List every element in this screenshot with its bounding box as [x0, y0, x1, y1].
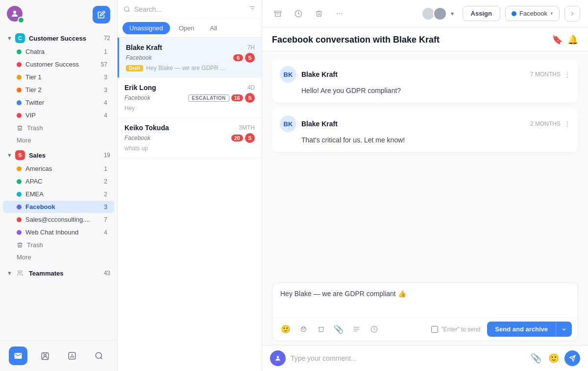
nav-label-customer-success: Customer Success: [25, 61, 101, 68]
bottom-btn-search[interactable]: [90, 347, 108, 365]
badge-s-blake-kraft: S: [245, 53, 255, 63]
msg-time-2: 2 MONTHS: [530, 120, 561, 127]
msg-author-wrap-1: BK Blake Kraft: [280, 66, 338, 83]
bottom-btn-contacts[interactable]: [36, 347, 54, 365]
more-label-sales: More: [17, 254, 31, 261]
delete-button[interactable]: [311, 6, 327, 22]
nav-dot-web-chat: [17, 230, 22, 235]
msg-author-name-2: Blake Kraft: [301, 120, 338, 128]
conv-time-blake-kraft: 7H: [247, 44, 255, 51]
nav-count-sales-at: 7: [104, 216, 107, 223]
msg-avatar-1: BK: [280, 66, 296, 83]
section-header-sales[interactable]: ▼ S Sales 19: [0, 146, 117, 162]
badge-num-erik-long: 16: [231, 94, 243, 101]
conv-preview-keiko-tokuda: whats up: [124, 145, 148, 152]
sort-icon[interactable]: [249, 5, 256, 14]
conversation-item-erik-long[interactable]: Erik Long 4D Facebook ESCALATION 16 S He…: [118, 78, 262, 118]
sidebar-item-tier2[interactable]: Tier 2 3: [3, 84, 114, 96]
tab-all[interactable]: All: [203, 22, 223, 34]
conversation-item-blake-kraft[interactable]: Blake Kraft 7H Facebook 6 S Draft Hey Bl…: [118, 38, 262, 78]
nav-dot-americas: [17, 166, 22, 171]
msg-menu-icon-1[interactable]: ⋮: [564, 71, 570, 78]
section-header-teammates[interactable]: ▼ Teammates 43: [0, 264, 117, 280]
nav-label-tier1: Tier 1: [25, 73, 104, 81]
nav-dot-customer-success: [17, 62, 22, 67]
nav-label-web-chat: Web Chat Inbound: [25, 229, 104, 236]
sidebar-item-customer-success[interactable]: Customer Success 57: [3, 58, 114, 70]
tab-open[interactable]: Open: [172, 22, 201, 34]
nav-dot-twitter: [17, 100, 22, 105]
send-dropdown-arrow[interactable]: [556, 323, 572, 336]
channel-selector[interactable]: Facebook ▾: [505, 6, 560, 21]
agents-dropdown[interactable]: ▾: [451, 10, 454, 17]
bottom-btn-reports[interactable]: [63, 347, 81, 365]
user-avatar-stack: [7, 6, 24, 23]
section-name-teammates: Teammates: [29, 270, 104, 277]
svg-line-8: [100, 357, 102, 359]
assign-button[interactable]: Assign: [463, 6, 500, 21]
attach-button[interactable]: 📎: [331, 322, 346, 337]
svg-point-9: [124, 7, 129, 11]
badge-s-erik-long: S: [245, 93, 255, 103]
sidebar-item-emea[interactable]: EMEA 2: [3, 188, 114, 200]
sidebar-item-trash-cs[interactable]: Trash: [3, 122, 114, 134]
trash-label-sales: Trash: [27, 241, 43, 249]
nav-dot-emea: [17, 192, 22, 197]
nav-count-twitter: 4: [104, 99, 107, 106]
conv-time-keiko-tokuda: 3MTH: [239, 124, 255, 131]
msg-time-1: 7 MONTHS: [530, 71, 561, 78]
sidebar-item-apac[interactable]: APAC 2: [3, 175, 114, 187]
enter-to-send-label: "Enter" to send: [441, 326, 480, 333]
bottom-btn-inbox[interactable]: [9, 347, 27, 365]
reply-box: Hey Blake — we are GDPR compliant 👍 🙂 📎 …: [272, 282, 578, 341]
reply-text-area[interactable]: Hey Blake — we are GDPR compliant 👍: [272, 283, 578, 317]
compose-button[interactable]: [93, 6, 110, 23]
nav-count-apac: 2: [104, 178, 107, 185]
sidebar-item-facebook[interactable]: Facebook 3: [3, 201, 114, 213]
msg-time-wrap-1: 7 MONTHS ⋮: [530, 71, 570, 78]
mention-button[interactable]: [296, 322, 311, 337]
more-options-button[interactable]: [332, 6, 347, 22]
delete-reply-button[interactable]: [314, 322, 328, 337]
comment-attach-button[interactable]: 📎: [529, 351, 543, 365]
nav-label-facebook: Facebook: [25, 203, 104, 210]
badge-s-keiko-tokuda: S: [245, 133, 255, 143]
msg-author-wrap-2: BK Blake Kraft: [280, 116, 338, 132]
nav-dot-sales-at: [17, 217, 22, 222]
msg-menu-icon-2[interactable]: ⋮: [564, 120, 570, 127]
emoji-picker-button[interactable]: 🙂: [278, 322, 293, 337]
snooze-button[interactable]: [291, 6, 306, 22]
sidebar-item-twitter[interactable]: Twitter 4: [3, 96, 114, 109]
bell-icon[interactable]: 🔔: [567, 34, 578, 45]
comment-input[interactable]: [291, 354, 524, 362]
sidebar-item-sales-at[interactable]: Sales@ccconsulting.... 7: [3, 213, 114, 226]
conversation-item-keiko-tokuda[interactable]: Keiko Tokuda 3MTH Facebook 20 S whats up: [118, 118, 262, 158]
svg-rect-14: [274, 11, 281, 12]
sidebar-item-tier1[interactable]: Tier 1 3: [3, 71, 114, 83]
sidebar-item-chatra[interactable]: Chatra 1: [3, 46, 114, 58]
sidebar-item-trash-sales[interactable]: Trash: [3, 239, 114, 251]
format-button[interactable]: [349, 322, 364, 337]
detail-nav-button[interactable]: [564, 6, 580, 22]
enter-to-send-checkbox[interactable]: [431, 326, 438, 333]
sidebar-item-web-chat[interactable]: Web Chat Inbound 4: [3, 226, 114, 238]
comment-emoji-button[interactable]: 🙂: [547, 351, 561, 365]
nav-label-vip: VIP: [25, 112, 104, 119]
send-archive-button[interactable]: Send and archive: [487, 322, 572, 337]
sidebar-item-vip[interactable]: VIP 4: [3, 109, 114, 121]
nav-count-customer-success: 57: [101, 61, 107, 68]
send-archive-label[interactable]: Send and archive: [487, 322, 556, 337]
more-button-cs[interactable]: More: [3, 135, 114, 146]
sidebar-item-americas[interactable]: Americas 1: [3, 162, 114, 175]
schedule-button[interactable]: [367, 322, 381, 337]
send-comment-button[interactable]: [564, 350, 580, 366]
archive-button[interactable]: [270, 6, 286, 22]
section-icon-customer-success: C: [15, 33, 25, 43]
section-header-customer-success[interactable]: ▼ C Customer Success 72: [0, 29, 117, 45]
detail-panel: ▾ Assign Facebook ▾ Facebook conversatio…: [262, 0, 588, 371]
more-button-sales[interactable]: More: [3, 252, 114, 263]
badge-num-keiko-tokuda: 20: [231, 135, 243, 141]
bookmark-icon[interactable]: 🔖: [552, 34, 563, 45]
tab-unassigned[interactable]: Unassigned: [122, 22, 170, 34]
search-input[interactable]: [134, 5, 245, 13]
